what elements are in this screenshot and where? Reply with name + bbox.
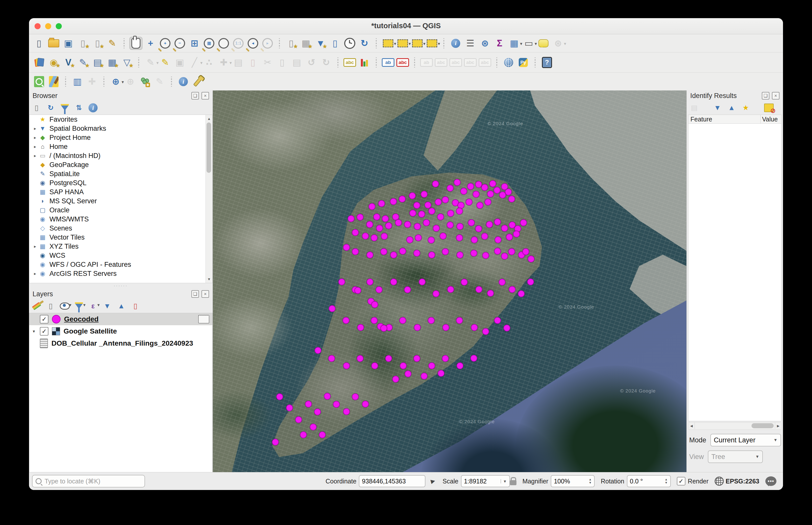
browser-item-sap-hana[interactable]: ▦SAP HANA bbox=[29, 188, 212, 196]
expand-all-icon[interactable]: ▼ bbox=[102, 301, 112, 311]
browser-item-oracle[interactable]: ▢Oracle bbox=[29, 206, 212, 215]
browser-item-macintosh-hd[interactable]: ▸▭/ (Macintosh HD) bbox=[29, 151, 212, 160]
map-tips-icon[interactable] bbox=[537, 37, 550, 50]
identify-close-icon[interactable]: × bbox=[772, 92, 780, 100]
georeferencer-icon[interactable]: ⊕▼ bbox=[109, 75, 122, 88]
remove-layer-icon[interactable]: ▯ bbox=[130, 301, 141, 311]
project-save-as-icon[interactable]: ▯★ bbox=[76, 37, 89, 50]
style-manager-icon[interactable]: ✎ bbox=[106, 37, 119, 50]
new-print-layout-icon[interactable]: ▯★ bbox=[285, 37, 298, 50]
layer-row-dob-cellular-antenna-filings-20240923[interactable]: DOB_Cellular _Antenna_Filings_20240923 bbox=[29, 337, 212, 349]
magnifier-spinbox[interactable]: 100% ▲▼ bbox=[551, 475, 595, 487]
browser-item-xyz-tiles[interactable]: ▸▦XYZ Tiles bbox=[29, 242, 212, 251]
messages-bubble-icon[interactable]: ••• bbox=[765, 476, 777, 486]
browser-item-project-home[interactable]: ▸◆Project Home bbox=[29, 133, 212, 142]
browser-item-wms-wmts[interactable]: ◉WMS/WMTS bbox=[29, 215, 212, 224]
layer-labeling-icon[interactable]: abc bbox=[343, 56, 356, 69]
dropdown-arrow-icon[interactable]: ▼ bbox=[68, 303, 72, 307]
rotation-spinbox[interactable]: 0.0 ° ▲▼ bbox=[627, 475, 671, 487]
layer-row-geocoded[interactable]: ✓Geocoded bbox=[29, 313, 212, 325]
dropdown-arrow-icon[interactable]: ▼ bbox=[437, 42, 441, 46]
dropdown-arrow-icon[interactable]: ▼ bbox=[83, 303, 86, 307]
collapse-arrow-icon[interactable]: ▾ bbox=[33, 329, 40, 334]
browser-item-geopackage[interactable]: ◆GeoPackage bbox=[29, 160, 212, 169]
manage-map-themes-icon[interactable]: ▼ bbox=[60, 301, 70, 311]
browser-scrollbar[interactable]: ▲ ▼ bbox=[205, 115, 212, 283]
project-open-icon[interactable] bbox=[47, 37, 60, 50]
expand-arrow-icon[interactable]: ▸ bbox=[32, 126, 38, 131]
clear-results-icon[interactable] bbox=[764, 103, 774, 113]
browser-item-vector-tiles[interactable]: ▦Vector Tiles bbox=[29, 233, 212, 242]
spinner-arrows-icon[interactable]: ▲▼ bbox=[589, 478, 592, 484]
collapse-all-icon[interactable]: ▲ bbox=[116, 301, 126, 311]
expand-arrow-icon[interactable]: ▸ bbox=[32, 244, 38, 249]
filter-by-expression-icon[interactable]: ε▼ bbox=[88, 301, 98, 311]
expand-arrow-icon[interactable]: ▸ bbox=[32, 271, 38, 276]
new-spatial-bookmark-icon[interactable]: ▼★ bbox=[314, 37, 327, 50]
pan-map-icon[interactable] bbox=[129, 37, 143, 50]
scatter-points-tool-icon[interactable] bbox=[139, 75, 151, 88]
highlight-pinned-labels-icon[interactable]: abc bbox=[396, 56, 409, 69]
zoom-last-icon[interactable]: ◂ bbox=[246, 37, 260, 50]
layer-row-google-satellite[interactable]: ▾✓Google Satellite bbox=[29, 325, 212, 337]
layers-close-icon[interactable]: × bbox=[202, 290, 209, 298]
identify-scroll-thumb[interactable] bbox=[752, 423, 774, 428]
filter-legend-icon[interactable]: ▼ bbox=[74, 301, 84, 311]
browser-properties-icon[interactable]: i bbox=[88, 103, 98, 113]
quickmap-search-icon[interactable] bbox=[32, 75, 46, 88]
select-by-location-icon[interactable]: ▼ bbox=[425, 37, 438, 50]
panel-splitter[interactable]: ······ bbox=[29, 283, 213, 289]
osm-editor-icon[interactable] bbox=[47, 75, 60, 88]
crs-globe-icon[interactable] bbox=[715, 477, 724, 486]
new-3d-map-view-icon[interactable]: ▦★ bbox=[299, 37, 313, 50]
statistical-summary-icon[interactable]: Σ bbox=[493, 37, 506, 50]
zoom-to-selection-icon[interactable]: ▦ bbox=[203, 37, 216, 50]
zoom-out-icon[interactable]: − bbox=[173, 37, 186, 50]
project-new-icon[interactable]: ▯ bbox=[32, 37, 46, 50]
browser-item-scenes[interactable]: ◇Scenes bbox=[29, 224, 212, 233]
browser-item-home[interactable]: ▸⌂Home bbox=[29, 142, 212, 151]
refresh-browser-icon[interactable]: ↻ bbox=[46, 103, 56, 113]
coordinate-capture-icon[interactable]: ▥ bbox=[71, 75, 84, 88]
help-icon[interactable]: ? bbox=[540, 56, 553, 69]
add-group-icon[interactable]: ▯ bbox=[46, 301, 56, 311]
browser-scroll-thumb[interactable] bbox=[206, 122, 211, 173]
python-console-icon[interactable]: Py bbox=[517, 56, 530, 69]
pan-to-selection-icon[interactable]: + bbox=[144, 37, 157, 50]
dropdown-arrow-icon[interactable]: ▼ bbox=[97, 303, 100, 307]
lock-scale-icon[interactable] bbox=[510, 480, 517, 485]
add-spatialite-layer-icon[interactable]: ▤★ bbox=[91, 56, 104, 69]
deselect-features-icon[interactable]: ▼ bbox=[411, 37, 424, 50]
browser-item-postgresql[interactable]: ◉PostgreSQL bbox=[29, 178, 212, 188]
identify-horizontal-scrollbar[interactable]: ◀ ▶ bbox=[688, 422, 782, 430]
project-save-icon[interactable]: ▣ bbox=[62, 37, 75, 50]
layer-visibility-checkbox[interactable]: ✓ bbox=[40, 315, 48, 324]
add-delimited-text-layer-icon[interactable]: ✎★ bbox=[76, 56, 89, 69]
layer-visibility-checkbox[interactable]: ✓ bbox=[40, 327, 48, 335]
expand-arrow-icon[interactable]: ▸ bbox=[32, 153, 38, 159]
scale-combobox[interactable]: 1:89182 ▼ bbox=[461, 475, 510, 487]
add-virtual-layer-icon[interactable]: ▽★ bbox=[120, 56, 133, 69]
view-combobox[interactable]: Tree ▼ bbox=[708, 450, 763, 463]
zoom-to-layer-icon[interactable] bbox=[217, 37, 230, 50]
data-source-manager-icon[interactable] bbox=[32, 56, 46, 69]
add-selected-layers-icon[interactable]: ▯ bbox=[31, 103, 42, 113]
scroll-down-icon[interactable]: ▼ bbox=[206, 276, 212, 282]
browser-item-favorites[interactable]: ★Favorites bbox=[29, 115, 212, 124]
zoom-in-icon[interactable]: + bbox=[159, 37, 172, 50]
locator-search-box[interactable] bbox=[32, 475, 145, 487]
processing-toolbox-icon[interactable]: ⊛ bbox=[478, 37, 492, 50]
collapse-tree-icon[interactable]: ▲ bbox=[726, 103, 737, 113]
metasearch-icon[interactable] bbox=[502, 56, 515, 69]
memory-layer-indicator-icon[interactable] bbox=[198, 315, 209, 324]
dropdown-arrow-icon[interactable]: ▼ bbox=[563, 42, 567, 46]
value-column-header[interactable]: Value bbox=[760, 115, 781, 123]
browser-float-icon[interactable]: ❏ bbox=[191, 92, 199, 100]
browser-item-ms-sql-server[interactable]: ◗MS SQL Server bbox=[29, 196, 212, 206]
toggle-editing-icon[interactable]: ✎ bbox=[159, 56, 172, 69]
browser-item-arcgis-rest-servers[interactable]: ▸◉ArcGIS REST Servers bbox=[29, 269, 212, 278]
identify-features-icon[interactable]: i bbox=[449, 37, 462, 50]
open-layer-styling-icon[interactable] bbox=[31, 301, 42, 311]
map-refresh-icon[interactable]: ↻ bbox=[358, 37, 371, 50]
expand-arrow-icon[interactable]: ▸ bbox=[32, 135, 38, 140]
